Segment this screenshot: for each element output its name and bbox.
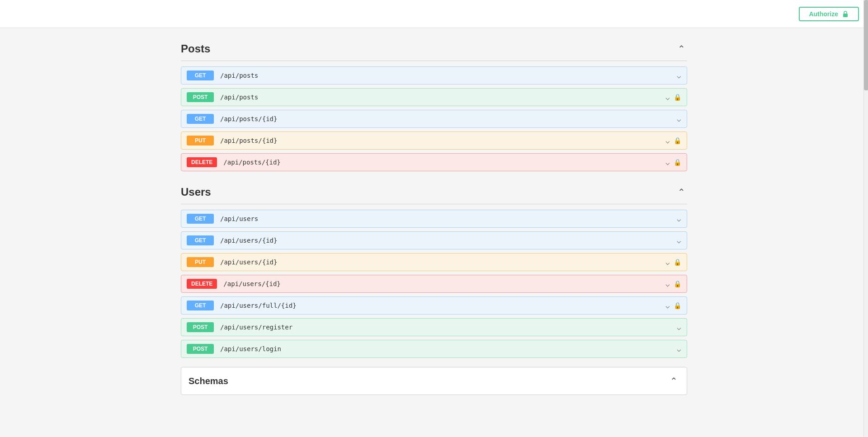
endpoint-actions: ⌵: [677, 236, 681, 245]
endpoint-actions: ⌵ 🔒: [665, 93, 681, 102]
endpoint-actions: ⌵ 🔒: [665, 136, 681, 145]
method-badge-post: POST: [187, 92, 214, 102]
endpoint-path: /api/posts/{id}: [220, 137, 665, 144]
method-badge-delete: DELETE: [187, 157, 217, 167]
schemas-collapse[interactable]: ⌃: [668, 374, 679, 388]
chevron-down-icon: ⌵: [677, 115, 681, 123]
section-posts-header: Posts ⌃: [181, 37, 687, 61]
endpoint-delete-users-id[interactable]: DELETE /api/users/{id} ⌵ 🔒: [181, 275, 687, 293]
method-badge-post: POST: [187, 322, 214, 332]
lock-icon-green: [842, 10, 849, 18]
endpoint-actions: ⌵: [677, 215, 681, 223]
section-users: Users ⌃ GET /api/users ⌵ GET /api/users/…: [181, 180, 687, 358]
top-bar: Authorize: [0, 0, 868, 28]
endpoint-path: /api/users/register: [220, 324, 677, 331]
endpoint-get-posts-id[interactable]: GET /api/posts/{id} ⌵: [181, 110, 687, 128]
endpoint-path: /api/users/{id}: [220, 258, 665, 266]
lock-icon: 🔒: [674, 159, 681, 166]
endpoint-path: /api/users/login: [220, 345, 677, 352]
method-badge-get: GET: [187, 301, 214, 310]
endpoint-delete-posts-id[interactable]: DELETE /api/posts/{id} ⌵ 🔒: [181, 153, 687, 171]
endpoint-actions: ⌵ 🔒: [665, 258, 681, 267]
lock-icon: 🔒: [674, 302, 681, 309]
endpoint-post-users-register[interactable]: POST /api/users/register ⌵: [181, 318, 687, 336]
method-badge-post: POST: [187, 344, 214, 354]
lock-icon: 🔒: [674, 280, 681, 287]
endpoint-actions: ⌵ 🔒: [665, 301, 681, 310]
posts-endpoint-list: GET /api/posts ⌵ POST /api/posts ⌵ 🔒 GET…: [181, 66, 687, 171]
scrollbar-thumb[interactable]: [864, 0, 868, 90]
svg-rect-0: [843, 14, 848, 17]
method-badge-put: PUT: [187, 257, 214, 267]
endpoint-post-posts[interactable]: POST /api/posts ⌵ 🔒: [181, 88, 687, 106]
chevron-down-icon: ⌵: [665, 136, 670, 145]
chevron-down-icon: ⌵: [677, 71, 681, 80]
endpoint-path: /api/posts: [220, 94, 665, 101]
endpoint-get-users-full-id[interactable]: GET /api/users/full/{id} ⌵ 🔒: [181, 296, 687, 315]
endpoint-get-posts[interactable]: GET /api/posts ⌵: [181, 66, 687, 85]
method-badge-put: PUT: [187, 136, 214, 146]
chevron-down-icon: ⌵: [665, 93, 670, 102]
chevron-down-icon: ⌵: [677, 345, 681, 353]
method-badge-get: GET: [187, 235, 214, 245]
schemas-title: Schemas: [189, 376, 228, 386]
authorize-button[interactable]: Authorize: [799, 7, 859, 21]
method-badge-get: GET: [187, 114, 214, 124]
chevron-down-icon: ⌵: [665, 301, 670, 310]
endpoint-path: /api/posts: [220, 72, 677, 79]
users-endpoint-list: GET /api/users ⌵ GET /api/users/{id} ⌵ P…: [181, 210, 687, 358]
scrollbar-track: [863, 0, 868, 404]
chevron-down-icon: ⌵: [665, 158, 670, 167]
endpoint-path: /api/posts/{id}: [223, 159, 665, 166]
endpoint-actions: ⌵: [677, 115, 681, 123]
endpoint-path: /api/users/full/{id}: [220, 302, 665, 309]
section-schemas: Schemas ⌃: [181, 367, 687, 395]
endpoint-path: /api/users: [220, 215, 677, 222]
main-content: Posts ⌃ GET /api/posts ⌵ POST /api/posts…: [172, 28, 696, 404]
chevron-down-icon: ⌵: [677, 236, 681, 245]
section-posts-collapse[interactable]: ⌃: [676, 42, 687, 56]
lock-icon: 🔒: [674, 94, 681, 101]
section-users-collapse[interactable]: ⌃: [676, 185, 687, 199]
endpoint-actions: ⌵ 🔒: [665, 280, 681, 288]
section-users-title: Users: [181, 186, 211, 198]
method-badge-get: GET: [187, 214, 214, 224]
endpoint-actions: ⌵: [677, 323, 681, 332]
lock-icon: 🔒: [674, 137, 681, 144]
section-posts-title: Posts: [181, 42, 210, 55]
section-posts: Posts ⌃ GET /api/posts ⌵ POST /api/posts…: [181, 37, 687, 171]
chevron-down-icon: ⌵: [677, 323, 681, 332]
schemas-header[interactable]: Schemas ⌃: [181, 367, 687, 395]
endpoint-path: /api/posts/{id}: [220, 115, 677, 122]
endpoint-actions: ⌵ 🔒: [665, 158, 681, 167]
endpoint-actions: ⌵: [677, 71, 681, 80]
endpoint-get-users[interactable]: GET /api/users ⌵: [181, 210, 687, 228]
method-badge-get: GET: [187, 70, 214, 80]
endpoint-actions: ⌵: [677, 345, 681, 353]
method-badge-delete: DELETE: [187, 279, 217, 289]
endpoint-path: /api/users/{id}: [220, 237, 677, 244]
chevron-down-icon: ⌵: [677, 215, 681, 223]
section-users-header: Users ⌃: [181, 180, 687, 204]
lock-icon: 🔒: [674, 258, 681, 266]
endpoint-put-posts-id[interactable]: PUT /api/posts/{id} ⌵ 🔒: [181, 132, 687, 150]
endpoint-get-users-id[interactable]: GET /api/users/{id} ⌵: [181, 231, 687, 249]
authorize-label: Authorize: [809, 10, 838, 18]
chevron-down-icon: ⌵: [665, 280, 670, 288]
endpoint-path: /api/users/{id}: [223, 280, 665, 287]
endpoint-post-users-login[interactable]: POST /api/users/login ⌵: [181, 340, 687, 358]
endpoint-put-users-id[interactable]: PUT /api/users/{id} ⌵ 🔒: [181, 253, 687, 271]
chevron-down-icon: ⌵: [665, 258, 670, 267]
